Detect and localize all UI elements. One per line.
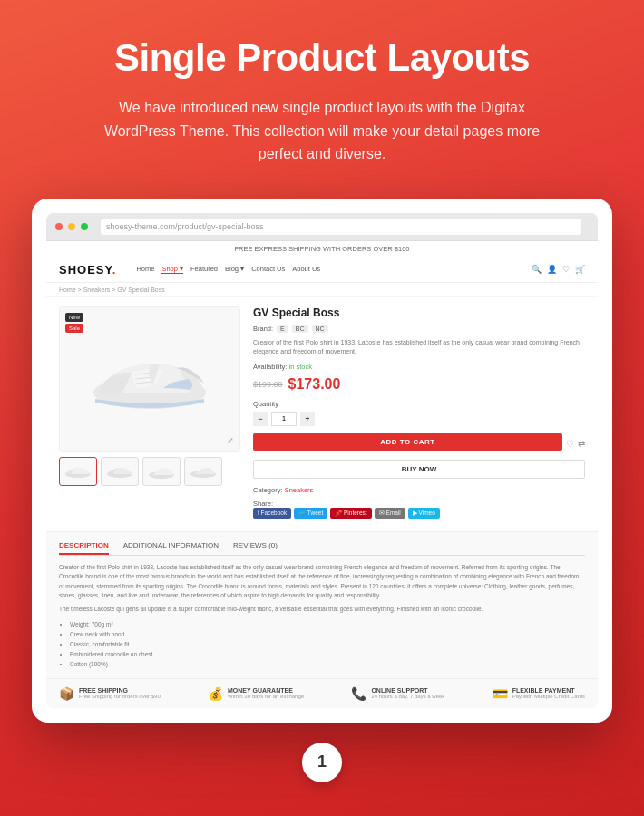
brand-badge-2: BC <box>292 325 308 333</box>
footer-feature-shipping-text: FREE SHIPPING Free Shipping for orders o… <box>79 687 161 699</box>
cart-icon[interactable]: 🛒 <box>575 265 585 274</box>
qty-increase-button[interactable]: + <box>300 412 315 426</box>
qty-input[interactable] <box>271 412 297 426</box>
footer-feature-guarantee-text: MONEY GUARANTEE Within 30 days for an ex… <box>228 687 304 699</box>
shipping-icon: 📦 <box>59 686 74 701</box>
product-area: New Sale <box>46 297 598 531</box>
new-badge: New <box>65 313 83 322</box>
footer-feature-payment-text: FLEXIBLE PAYMENT Pay with Multiple Credi… <box>512 687 585 699</box>
shop-content: FREE EXPRESS SHIPPING WITH ORDERS OVER $… <box>46 241 598 708</box>
payment-icon: 💳 <box>493 686 508 701</box>
nav-about[interactable]: About Us <box>292 265 320 274</box>
thumb-1[interactable] <box>59 457 97 486</box>
quantity-label: Quantity <box>253 400 585 408</box>
nav-contact[interactable]: Contact Us <box>251 265 285 274</box>
price-new: $173.00 <box>288 376 341 393</box>
footer-features-bar: 📦 FREE SHIPPING Free Shipping for orders… <box>46 678 598 708</box>
browser-dot-close <box>55 223 63 230</box>
nav-icons: 🔍 👤 ♡ 🛒 <box>532 265 585 274</box>
compare-button[interactable]: ⇄ <box>578 439 585 449</box>
tab-content: Creator of the first Polo shirt in 1933,… <box>59 563 585 669</box>
page-title: Single Product Layouts <box>114 36 530 80</box>
product-title: GV Special Boss <box>253 306 585 319</box>
support-sub: 24 hours a day, 7 days a week <box>371 694 444 699</box>
browser-url-bar[interactable]: shoesy-theme.com/product/gv-special-boss <box>101 219 581 235</box>
page-indicator: 1 <box>302 743 342 782</box>
brand-badge-3: NC <box>312 325 328 333</box>
support-icon: 📞 <box>351 686 366 701</box>
tab-list-item: Crew neck with hood <box>70 629 585 639</box>
buy-now-button[interactable]: BUY NOW <box>253 460 585 479</box>
wishlist-icon[interactable]: ♡ <box>562 265 570 274</box>
browser-dot-maximize <box>81 223 88 230</box>
shipping-sub: Free Shipping for orders over $90 <box>79 694 161 699</box>
nav-links: Home Shop ▾ Featured Blog ▾ Contact Us A… <box>136 265 522 274</box>
price-row: $199.00 $173.00 <box>253 376 585 393</box>
thumb-2[interactable] <box>101 457 139 486</box>
tab-list-item: Embroidered crocodile on chest <box>70 649 585 659</box>
footer-feature-payment: 💳 FLEXIBLE PAYMENT Pay with Multiple Cre… <box>493 686 585 701</box>
nav-shop[interactable]: Shop ▾ <box>161 265 183 274</box>
pinterest-button[interactable]: 📌 Pinterest <box>330 508 371 519</box>
email-button[interactable]: ✉ Email <box>375 508 405 519</box>
shipping-title: FREE SHIPPING <box>79 687 161 694</box>
brand-row: Brand: E BC NC <box>253 325 585 333</box>
tab-reviews[interactable]: REVIEWS (0) <box>233 541 278 555</box>
availability-row: Availability: in stock <box>253 363 585 371</box>
availability-value: in stock <box>288 363 311 371</box>
tab-description[interactable]: DESCRIPTION <box>59 541 109 555</box>
thumb-4[interactable] <box>184 457 222 486</box>
footer-feature-shipping: 📦 FREE SHIPPING Free Shipping for orders… <box>59 686 161 701</box>
nav-featured[interactable]: Featured <box>190 265 218 274</box>
support-title: ONLINE SUPPORT <box>371 687 444 694</box>
breadcrumb: Home > Sneakers > GV Special Boss <box>46 283 598 297</box>
share-row: Share: f Facebook 🐦 Tweet 📌 Pinterest ✉ … <box>253 500 585 519</box>
price-old: $199.00 <box>253 380 283 389</box>
qty-decrease-button[interactable]: − <box>253 412 268 426</box>
quantity-row: − + <box>253 412 585 426</box>
tab-list-item: Cotton (100%) <box>70 659 585 669</box>
thumbnail-row <box>59 457 240 486</box>
page-subtitle: We have introduced new single product la… <box>95 96 549 166</box>
footer-feature-support: 📞 ONLINE SUPPORT 24 hours a day, 7 days … <box>351 686 444 701</box>
tab-feature-list: Weight: 700g m² Crew neck with hood Clas… <box>59 619 585 669</box>
vimeo-button[interactable]: ▶ Vimeo <box>408 508 440 519</box>
search-icon[interactable]: 🔍 <box>532 265 542 274</box>
brand-label: Brand: <box>253 325 273 333</box>
browser-dot-minimize <box>68 223 75 230</box>
brand-badge-1: E <box>277 325 288 333</box>
wishlist-button[interactable]: ♡ <box>566 439 574 449</box>
social-buttons: f Facebook 🐦 Tweet 📌 Pinterest ✉ Email ▶… <box>253 508 585 519</box>
browser-chrome: shoesy-theme.com/product/gv-special-boss <box>46 213 598 241</box>
tabs-section: DESCRIPTION ADDITIONAL INFORMATION REVIE… <box>46 531 598 678</box>
shop-logo: SHOESY. <box>59 263 116 277</box>
product-info: GV Special Boss Brand: E BC NC Creator o… <box>253 306 585 522</box>
notice-bar: FREE EXPRESS SHIPPING WITH ORDERS OVER $… <box>46 241 598 257</box>
footer-feature-support-text: ONLINE SUPPORT 24 hours a day, 7 days a … <box>371 687 444 699</box>
category-link[interactable]: Sneakers <box>285 486 314 494</box>
user-icon[interactable]: 👤 <box>547 265 557 274</box>
category-row: Category: Sneakers <box>253 486 585 494</box>
facebook-button[interactable]: f Facebook <box>253 508 291 519</box>
product-images: New Sale <box>59 306 240 522</box>
guarantee-icon: 💰 <box>208 686 223 701</box>
device-frame: shoesy-theme.com/product/gv-special-boss… <box>32 199 612 723</box>
browser-window: shoesy-theme.com/product/gv-special-boss… <box>46 213 598 708</box>
thumb-3[interactable] <box>142 457 181 486</box>
twitter-button[interactable]: 🐦 Tweet <box>294 508 327 519</box>
nav-blog[interactable]: Blog ▾ <box>225 265 244 274</box>
main-product-image: New Sale <box>59 306 240 452</box>
tab-paragraph-1: Creator of the first Polo shirt in 1933,… <box>59 563 585 601</box>
guarantee-title: MONEY GUARANTEE <box>228 687 304 694</box>
nav-home[interactable]: Home <box>136 265 154 274</box>
add-to-cart-button[interactable]: ADD TO CART <box>253 433 562 451</box>
cart-actions: ADD TO CART ♡ ⇄ <box>253 433 585 454</box>
payment-title: FLEXIBLE PAYMENT <box>512 687 585 694</box>
expand-icon[interactable]: ⤢ <box>227 436 234 445</box>
tabs-row: DESCRIPTION ADDITIONAL INFORMATION REVIE… <box>59 541 585 556</box>
tab-additional-info[interactable]: ADDITIONAL INFORMATION <box>123 541 219 555</box>
tab-paragraph-2: The timeless Lacoste qui gens all update… <box>59 605 585 614</box>
shop-nav: SHOESY. Home Shop ▾ Featured Blog ▾ Cont… <box>46 257 598 283</box>
footer-feature-guarantee: 💰 MONEY GUARANTEE Within 30 days for an … <box>208 686 304 701</box>
tab-list-item: Weight: 700g m² <box>70 619 585 629</box>
